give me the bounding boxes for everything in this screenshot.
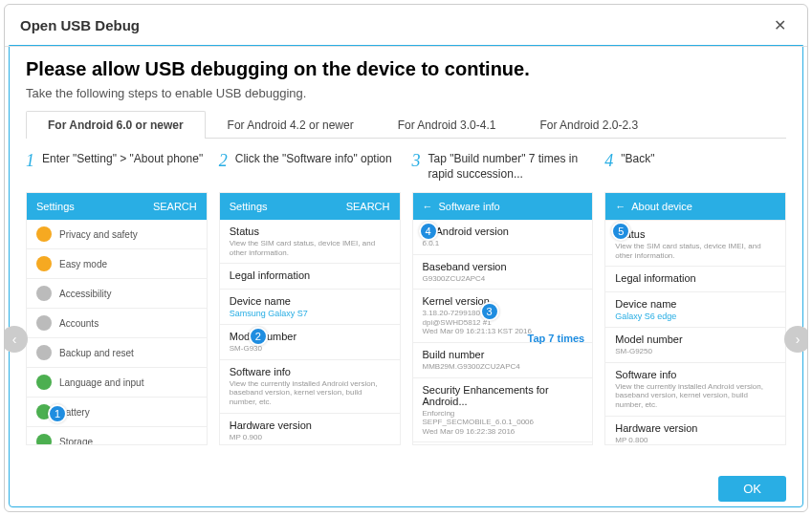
privacy-icon <box>36 226 52 242</box>
step-1: 1 Enter "Setting" > "About phone" Settin… <box>26 152 208 445</box>
ok-button[interactable]: OK <box>718 476 786 502</box>
accounts-icon <box>36 315 52 331</box>
phone-3: ←Software info Android version6.0.1 Base… <box>412 192 594 445</box>
storage-icon <box>36 434 52 445</box>
step-2: 2 Click the "Software info" option Setti… <box>219 152 401 445</box>
tap-hint: Tap 7 times <box>528 333 585 344</box>
phone-4: ←About device StatusView the SIM card st… <box>604 192 786 445</box>
tab-android-6[interactable]: For Android 6.0 or newer <box>26 111 206 139</box>
steps: 1 Enter "Setting" > "About phone" Settin… <box>26 152 786 445</box>
step-text-4: "Back" <box>621 152 654 184</box>
callout-2: 2 <box>249 327 268 346</box>
modal-title: Open USB Debug <box>20 17 140 33</box>
tab-android-2[interactable]: For Android 2.0-2.3 <box>517 111 660 139</box>
back-arrow-icon: ← <box>615 201 625 212</box>
step-num-4: 4 <box>604 152 613 184</box>
backup-icon <box>36 345 52 360</box>
step-num-1: 1 <box>26 152 34 184</box>
sub-heading: Take the following steps to enable USB d… <box>26 86 786 100</box>
step-3: 3 Tap "Build number" 7 times in rapid su… <box>412 152 594 445</box>
step-num-3: 3 <box>412 152 421 184</box>
phone-2: SettingsSEARCH StatusView the SIM card s… <box>219 192 401 445</box>
callout-4: 4 <box>419 222 438 241</box>
step-text-3: Tap "Build number" 7 times in rapid succ… <box>428 152 594 184</box>
step-text-2: Click the "Software info" option <box>235 152 392 184</box>
tabs: For Android 6.0 or newer For Android 4.2… <box>26 110 786 139</box>
modal: Open USB Debug ✕ Please allow USB debugg… <box>4 4 808 512</box>
back-arrow-icon: ← <box>423 201 433 212</box>
phone-1: SettingsSEARCH Privacy and safety Easy m… <box>26 192 208 445</box>
tab-android-42[interactable]: For Android 4.2 or newer <box>206 111 376 139</box>
callout-1: 1 <box>48 404 67 423</box>
close-icon[interactable]: ✕ <box>768 14 792 36</box>
tab-android-3[interactable]: For Android 3.0-4.1 <box>376 111 518 139</box>
prev-icon[interactable]: ‹ <box>4 326 28 353</box>
step-4: 4 "Back" ←About device StatusView the SI… <box>604 152 786 445</box>
modal-header: Open USB Debug ✕ <box>5 5 807 47</box>
easy-icon <box>36 256 52 271</box>
lang-icon <box>36 375 52 390</box>
step-num-2: 2 <box>219 152 228 184</box>
step-text-1: Enter "Setting" > "About phone" <box>42 152 203 184</box>
next-icon[interactable]: › <box>784 326 808 353</box>
access-icon <box>36 286 52 301</box>
callout-3: 3 <box>480 302 499 321</box>
main-heading: Please allow USB debugging on the device… <box>26 58 786 80</box>
